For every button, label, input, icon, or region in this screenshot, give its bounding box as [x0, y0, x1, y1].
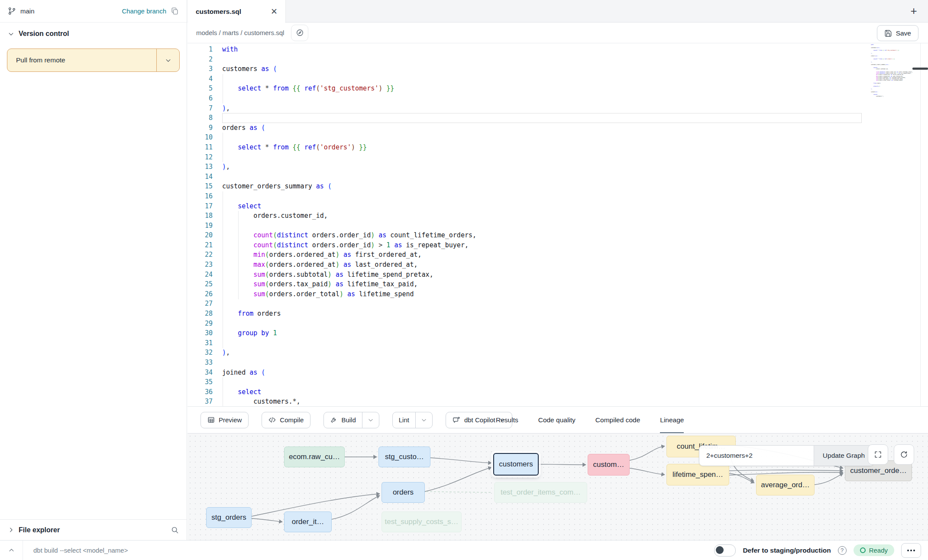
pull-from-remote-button[interactable]: Pull from remote [7, 49, 180, 72]
compile-button[interactable]: Compile [262, 412, 310, 428]
command-input[interactable] [23, 547, 714, 554]
build-options-caret[interactable] [362, 412, 379, 428]
copy-icon[interactable] [171, 7, 179, 15]
code-line[interactable]: from orders [222, 309, 862, 319]
lineage-search-input[interactable] [699, 446, 814, 466]
code-line[interactable]: select [222, 387, 862, 397]
code-line[interactable]: ), [222, 104, 862, 113]
code-line[interactable]: joined as ( [222, 368, 862, 378]
code-line[interactable] [222, 133, 862, 142]
code-line[interactable]: ), [222, 348, 862, 358]
search-icon[interactable] [171, 526, 179, 534]
lineage-node-order-items[interactable]: order_it… [284, 511, 332, 532]
code-line[interactable]: sum(orders.order_total) as lifetime_spen… [222, 289, 862, 299]
code-line[interactable]: group by 1 [222, 328, 862, 338]
update-graph-button[interactable]: Update Graph [814, 446, 873, 466]
lineage-node-stg-customers[interactable]: stg_custo… [378, 447, 430, 467]
lint-options-caret[interactable] [415, 412, 432, 428]
lineage-node-ecom-raw-customers[interactable]: ecom.raw_cu… [284, 447, 345, 467]
code-line[interactable] [222, 113, 862, 123]
code-editor[interactable]: 1234567891011121314151617181920212223242… [188, 43, 928, 406]
expand-command-bar-button[interactable] [0, 541, 23, 560]
scrollbar-thumb[interactable] [912, 68, 928, 70]
defer-toggle[interactable] [714, 544, 736, 557]
code-line[interactable] [222, 191, 862, 201]
new-tab-button[interactable]: + [908, 6, 919, 17]
lineage-node-stg-orders[interactable]: stg_orders [206, 507, 252, 528]
save-button[interactable]: Save [877, 25, 918, 41]
code-line[interactable] [222, 172, 862, 182]
line-number: 23 [188, 260, 213, 270]
fullscreen-button[interactable] [868, 444, 888, 465]
code-line[interactable]: select * from {{ ref('orders') }} [222, 142, 862, 152]
lineage-node-lifetime-spend[interactable]: lifetime_spen… [666, 464, 729, 486]
code-line[interactable] [222, 221, 862, 231]
pull-from-remote-label[interactable]: Pull from remote [7, 49, 156, 71]
help-icon[interactable]: ? [838, 546, 847, 555]
tab-code-quality[interactable]: Code quality [538, 407, 576, 434]
lineage-node-average-order[interactable]: average_ord… [756, 475, 815, 495]
dbt-ide-window: main Change branch Version control Pull … [0, 0, 928, 560]
code-line[interactable]: orders as ( [222, 123, 862, 133]
code-line[interactable] [222, 319, 862, 329]
refresh-button[interactable] [894, 444, 914, 465]
tab-results[interactable]: Results [496, 407, 518, 434]
explore-lineage-button[interactable] [291, 25, 308, 41]
defer-label: Defer to staging/production [743, 547, 831, 554]
code-content[interactable]: withcustomers as ( select * from {{ ref(… [222, 45, 862, 406]
code-line[interactable]: count(distinct orders.order_id) as count… [222, 230, 862, 240]
minimap[interactable]: withcustomers as ( select * from {{ ref(… [871, 44, 916, 97]
code-line[interactable]: customers as ( [222, 64, 862, 74]
code-line[interactable] [222, 94, 862, 104]
lineage-node-label: stg_custo… [385, 453, 424, 461]
line-number: 20 [188, 230, 213, 240]
code-line[interactable]: with [222, 45, 862, 55]
ready-label: Ready [869, 547, 888, 554]
code-line[interactable]: max(orders.ordered_at) as last_ordered_a… [222, 260, 862, 270]
tab-lineage[interactable]: Lineage [660, 407, 684, 434]
build-label: Build [341, 416, 356, 424]
lineage-node-customers[interactable]: customers [493, 453, 539, 476]
close-icon[interactable]: ✕ [271, 7, 278, 16]
code-line[interactable]: select * from {{ ref('stg_customers') }} [222, 84, 862, 94]
pull-options-caret[interactable] [156, 49, 179, 71]
line-number: 14 [188, 172, 213, 182]
code-line[interactable] [222, 152, 862, 162]
line-number: 30 [188, 328, 213, 338]
table-icon [207, 416, 215, 424]
lint-button[interactable]: Lint [393, 412, 415, 428]
code-line[interactable]: orders.customer_id, [222, 211, 862, 221]
build-button[interactable]: Build [324, 412, 362, 428]
code-line[interactable]: select [222, 201, 862, 211]
lineage-node-test-order-items[interactable]: test_order_items_com… [494, 482, 587, 503]
lineage-node-customer-semantic[interactable]: custom… [588, 454, 630, 476]
code-line[interactable]: sum(orders.tax_paid) as lifetime_tax_pai… [222, 279, 862, 289]
line-number: 28 [188, 309, 213, 319]
change-branch-link[interactable]: Change branch [122, 7, 166, 15]
indent-guide [223, 377, 223, 406]
scrollbar-track[interactable] [920, 43, 928, 406]
code-line[interactable]: sum(orders.subtotal) as lifetime_spend_p… [222, 270, 862, 280]
code-line[interactable] [222, 299, 862, 309]
code-line[interactable] [222, 74, 862, 84]
code-line[interactable]: count(distinct orders.order_id) > 1 as i… [222, 240, 862, 250]
code-line[interactable] [222, 338, 862, 348]
line-number: 7 [188, 104, 213, 113]
file-explorer-header[interactable]: File explorer [0, 519, 187, 540]
code-line[interactable] [222, 358, 862, 368]
chevron-up-icon [8, 547, 15, 554]
lineage-node-orders[interactable]: orders [382, 482, 425, 503]
code-line[interactable] [222, 55, 862, 65]
code-line[interactable] [222, 377, 862, 387]
code-line[interactable]: ), [222, 162, 862, 172]
more-options-button[interactable] [901, 543, 921, 558]
lineage-node-test-supply-costs[interactable]: test_supply_costs_s… [382, 511, 462, 532]
version-control-header[interactable]: Version control [0, 23, 187, 45]
code-line[interactable]: customer_orders_summary as ( [222, 181, 862, 191]
code-line[interactable]: min(orders.ordered_at) as first_ordered_… [222, 250, 862, 260]
preview-button[interactable]: Preview [200, 412, 249, 428]
breadcrumb-bar: models / marts / customers.sql Save [188, 23, 928, 43]
tab-compiled-code[interactable]: Compiled code [595, 407, 640, 434]
code-line[interactable]: customers.*, [222, 397, 862, 406]
tab-customers-sql[interactable]: customers.sql ✕ [188, 0, 286, 23]
